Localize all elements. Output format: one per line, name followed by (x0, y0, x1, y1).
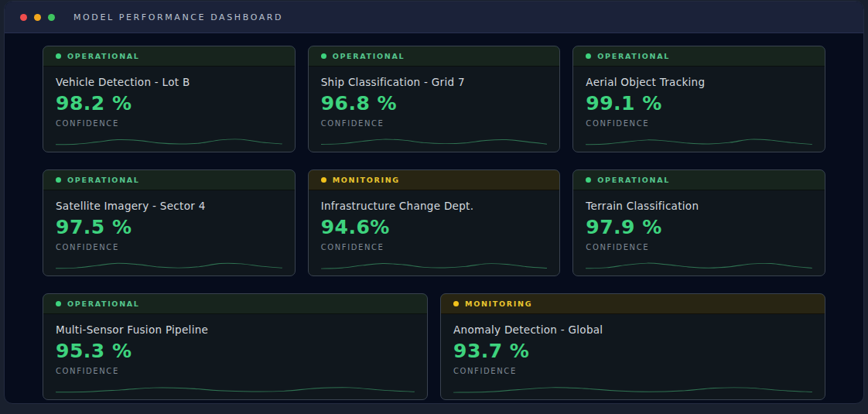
app-window: MODEL PERFORMANCE DASHBOARD OPERATIONAL … (4, 1, 864, 404)
confidence-value: 97.5 % (56, 216, 282, 238)
model-title: Ship Classification - Grid 7 (321, 76, 548, 88)
card-body: Ship Classification - Grid 7 96.8 % CONF… (309, 67, 560, 152)
minimize-button-icon[interactable] (34, 14, 41, 21)
metric-label: CONFIDENCE (586, 243, 812, 251)
metric-label: CONFIDENCE (453, 367, 812, 375)
model-title: Multi-Sensor Fusion Pipeline (56, 323, 415, 336)
confidence-value: 96.8 % (321, 92, 548, 115)
sparkline-chart (453, 379, 812, 395)
card-status-header: OPERATIONAL (572, 46, 825, 67)
status-badge: OPERATIONAL (333, 52, 405, 60)
status-dot-icon (453, 301, 459, 306)
sparkline-chart (321, 255, 548, 271)
metric-card: OPERATIONAL Multi-Sensor Fusion Pipeline… (43, 293, 428, 400)
close-button-icon[interactable] (20, 14, 27, 21)
card-status-header: OPERATIONAL (43, 293, 428, 314)
metric-label: CONFIDENCE (586, 119, 812, 128)
status-badge: OPERATIONAL (67, 299, 140, 308)
status-dot-icon (586, 53, 591, 59)
card-body: Multi-Sensor Fusion Pipeline 95.3 % CONF… (43, 314, 427, 399)
sparkline-chart (586, 132, 812, 147)
status-dot-icon (321, 53, 326, 59)
status-dot-icon (56, 177, 61, 183)
status-dot-icon (56, 301, 61, 306)
model-title: Aerial Object Tracking (586, 76, 812, 88)
model-title: Anomaly Detection - Global (453, 323, 812, 336)
metric-card: OPERATIONAL Satellite Imagery - Sector 4… (43, 169, 296, 276)
status-dot-icon (321, 177, 326, 183)
status-dot-icon (586, 177, 591, 183)
card-body: Anomaly Detection - Global 93.7 % CONFID… (441, 314, 825, 399)
status-badge: OPERATIONAL (597, 176, 670, 184)
sparkline-chart (56, 379, 415, 395)
status-badge: MONITORING (333, 176, 400, 184)
window-controls (20, 14, 55, 21)
model-title: Vehicle Detection - Lot B (56, 76, 282, 88)
card-body: Satellite Imagery - Sector 4 97.5 % CONF… (43, 190, 295, 275)
card-body: Aerial Object Tracking 99.1 % CONFIDENCE (573, 67, 825, 152)
metric-card: MONITORING Anomaly Detection - Global 93… (440, 293, 825, 400)
page-title: MODEL PERFORMANCE DASHBOARD (73, 12, 283, 22)
card-status-header: OPERATIONAL (572, 169, 825, 190)
metric-label: CONFIDENCE (321, 119, 548, 128)
sparkline-chart (56, 132, 282, 147)
card-body: Infrastructure Change Dept. 94.6% CONFID… (309, 190, 560, 275)
status-badge: MONITORING (465, 299, 532, 308)
sparkline-chart (321, 132, 548, 147)
status-badge: OPERATIONAL (597, 52, 670, 60)
status-badge: OPERATIONAL (67, 176, 140, 184)
metric-label: CONFIDENCE (56, 243, 282, 251)
status-badge: OPERATIONAL (67, 52, 140, 60)
confidence-value: 95.3 % (56, 340, 415, 362)
metric-label: CONFIDENCE (321, 243, 548, 251)
confidence-value: 97.9 % (586, 216, 812, 238)
card-status-header: OPERATIONAL (308, 46, 561, 67)
title-bar: MODEL PERFORMANCE DASHBOARD (5, 2, 863, 33)
card-body: Vehicle Detection - Lot B 98.2 % CONFIDE… (43, 67, 295, 152)
confidence-value: 99.1 % (586, 92, 812, 115)
confidence-value: 98.2 % (56, 92, 282, 115)
metric-card: OPERATIONAL Terrain Classification 97.9 … (572, 169, 825, 276)
metric-label: CONFIDENCE (56, 119, 282, 128)
card-status-header: MONITORING (440, 293, 825, 314)
card-status-header: MONITORING (308, 169, 561, 190)
metric-card: OPERATIONAL Aerial Object Tracking 99.1 … (572, 46, 825, 152)
metric-card: MONITORING Infrastructure Change Dept. 9… (308, 169, 561, 276)
card-body: Terrain Classification 97.9 % CONFIDENCE (573, 190, 825, 275)
card-status-header: OPERATIONAL (43, 169, 296, 190)
model-title: Satellite Imagery - Sector 4 (56, 200, 282, 212)
zoom-button-icon[interactable] (48, 14, 55, 21)
model-title: Terrain Classification (586, 200, 812, 212)
model-title: Infrastructure Change Dept. (321, 200, 548, 212)
confidence-value: 94.6% (321, 216, 548, 238)
confidence-value: 93.7 % (453, 340, 812, 362)
sparkline-chart (56, 255, 282, 271)
status-dot-icon (56, 53, 61, 59)
card-status-header: OPERATIONAL (43, 46, 296, 67)
metric-card: OPERATIONAL Vehicle Detection - Lot B 98… (43, 46, 296, 152)
cards-grid: OPERATIONAL Vehicle Detection - Lot B 98… (5, 33, 863, 400)
sparkline-chart (586, 255, 812, 271)
metric-label: CONFIDENCE (56, 367, 415, 375)
metric-card: OPERATIONAL Ship Classification - Grid 7… (308, 46, 561, 152)
